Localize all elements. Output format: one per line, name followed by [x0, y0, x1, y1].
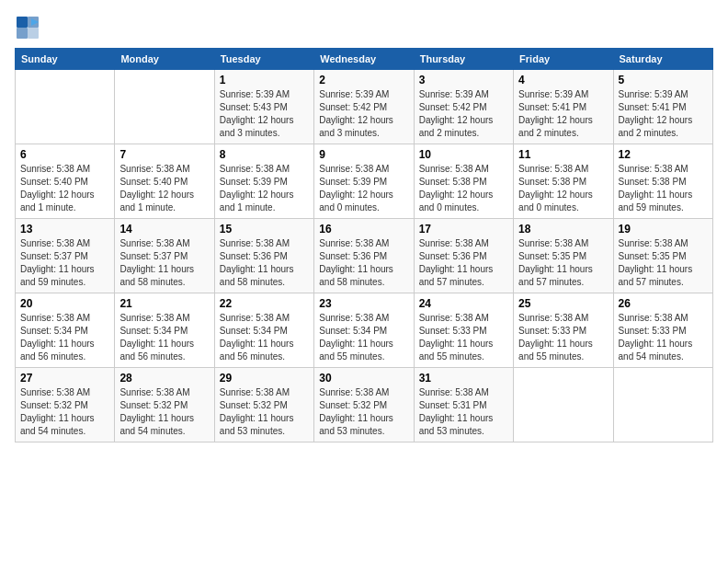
header-cell-tuesday: Tuesday: [214, 49, 313, 70]
cell-date-number: 20: [20, 297, 109, 310]
cell-date-number: 25: [518, 297, 608, 310]
week-row-3: 13Sunrise: 5:38 AM Sunset: 5:37 PM Dayli…: [16, 219, 713, 293]
cell-date-number: 14: [119, 223, 209, 236]
cell-daylight-info: Sunrise: 5:38 AM Sunset: 5:33 PM Dayligh…: [518, 312, 608, 363]
calendar-body: 1Sunrise: 5:39 AM Sunset: 5:43 PM Daylig…: [16, 70, 713, 442]
cell-date-number: 27: [20, 372, 109, 385]
cell-daylight-info: Sunrise: 5:38 AM Sunset: 5:39 PM Dayligh…: [220, 163, 309, 214]
header-cell-wednesday: Wednesday: [314, 49, 414, 70]
cell-daylight-info: Sunrise: 5:38 AM Sunset: 5:31 PM Dayligh…: [419, 386, 508, 438]
day-cell: 7Sunrise: 5:38 AM Sunset: 5:40 PM Daylig…: [115, 144, 214, 219]
cell-date-number: 10: [419, 148, 508, 161]
day-cell: 17Sunrise: 5:38 AM Sunset: 5:36 PM Dayli…: [414, 219, 513, 293]
cell-daylight-info: Sunrise: 5:38 AM Sunset: 5:36 PM Dayligh…: [319, 237, 408, 289]
day-cell: 3Sunrise: 5:39 AM Sunset: 5:42 PM Daylig…: [414, 70, 513, 144]
cell-daylight-info: Sunrise: 5:38 AM Sunset: 5:38 PM Dayligh…: [419, 163, 508, 214]
week-row-1: 1Sunrise: 5:39 AM Sunset: 5:43 PM Daylig…: [16, 70, 713, 144]
day-cell: 22Sunrise: 5:38 AM Sunset: 5:34 PM Dayli…: [214, 293, 313, 368]
cell-daylight-info: Sunrise: 5:38 AM Sunset: 5:37 PM Dayligh…: [119, 237, 209, 289]
cell-date-number: 11: [518, 148, 608, 161]
cell-daylight-info: Sunrise: 5:39 AM Sunset: 5:42 PM Dayligh…: [419, 88, 508, 140]
cell-daylight-info: Sunrise: 5:38 AM Sunset: 5:37 PM Dayligh…: [20, 237, 109, 289]
day-cell: 21Sunrise: 5:38 AM Sunset: 5:34 PM Dayli…: [115, 293, 214, 368]
day-cell: 14Sunrise: 5:38 AM Sunset: 5:37 PM Dayli…: [115, 219, 214, 293]
day-cell: 9Sunrise: 5:38 AM Sunset: 5:39 PM Daylig…: [314, 144, 414, 219]
cell-daylight-info: Sunrise: 5:38 AM Sunset: 5:35 PM Dayligh…: [518, 237, 608, 289]
cell-daylight-info: Sunrise: 5:39 AM Sunset: 5:43 PM Dayligh…: [220, 88, 309, 140]
cell-date-number: 1: [220, 74, 309, 86]
cell-daylight-info: Sunrise: 5:38 AM Sunset: 5:39 PM Dayligh…: [319, 163, 408, 214]
cell-date-number: 23: [319, 297, 408, 310]
cell-daylight-info: Sunrise: 5:38 AM Sunset: 5:36 PM Dayligh…: [220, 237, 309, 289]
day-cell: 12Sunrise: 5:38 AM Sunset: 5:38 PM Dayli…: [613, 144, 712, 219]
cell-date-number: 5: [619, 74, 708, 86]
day-cell: 2Sunrise: 5:39 AM Sunset: 5:42 PM Daylig…: [314, 70, 414, 144]
header-cell-thursday: Thursday: [414, 49, 513, 70]
day-cell: 11Sunrise: 5:38 AM Sunset: 5:38 PM Dayli…: [514, 144, 613, 219]
day-cell: 20Sunrise: 5:38 AM Sunset: 5:34 PM Dayli…: [16, 293, 115, 368]
cell-date-number: 26: [619, 297, 708, 310]
cell-date-number: 19: [619, 223, 708, 236]
day-cell: [613, 368, 712, 442]
cell-daylight-info: Sunrise: 5:39 AM Sunset: 5:41 PM Dayligh…: [518, 88, 608, 140]
day-cell: 27Sunrise: 5:38 AM Sunset: 5:32 PM Dayli…: [16, 368, 115, 442]
cell-daylight-info: Sunrise: 5:38 AM Sunset: 5:34 PM Dayligh…: [20, 312, 109, 363]
cell-date-number: 15: [220, 223, 309, 236]
cell-date-number: 13: [20, 223, 109, 236]
cell-daylight-info: Sunrise: 5:38 AM Sunset: 5:32 PM Dayligh…: [119, 386, 209, 438]
cell-daylight-info: Sunrise: 5:38 AM Sunset: 5:32 PM Dayligh…: [220, 386, 309, 438]
cell-date-number: 30: [319, 372, 408, 385]
header-cell-friday: Friday: [514, 49, 613, 70]
cell-daylight-info: Sunrise: 5:38 AM Sunset: 5:32 PM Dayligh…: [319, 386, 408, 438]
day-cell: 13Sunrise: 5:38 AM Sunset: 5:37 PM Dayli…: [16, 219, 115, 293]
header-cell-monday: Monday: [115, 49, 214, 70]
cell-date-number: 16: [319, 223, 408, 236]
calendar-header: SundayMondayTuesdayWednesdayThursdayFrid…: [16, 49, 713, 70]
cell-date-number: 7: [119, 148, 209, 161]
day-cell: [514, 368, 613, 442]
day-cell: 28Sunrise: 5:38 AM Sunset: 5:32 PM Dayli…: [115, 368, 214, 442]
day-cell: 29Sunrise: 5:38 AM Sunset: 5:32 PM Dayli…: [214, 368, 313, 442]
svg-rect-1: [17, 17, 28, 28]
cell-date-number: 2: [319, 74, 408, 86]
day-cell: 31Sunrise: 5:38 AM Sunset: 5:31 PM Dayli…: [414, 368, 513, 442]
day-cell: 19Sunrise: 5:38 AM Sunset: 5:35 PM Dayli…: [613, 219, 712, 293]
cell-date-number: 17: [419, 223, 508, 236]
cell-daylight-info: Sunrise: 5:38 AM Sunset: 5:38 PM Dayligh…: [518, 163, 608, 214]
cell-date-number: 4: [518, 74, 608, 86]
logo: [15, 15, 44, 40]
week-row-5: 27Sunrise: 5:38 AM Sunset: 5:32 PM Dayli…: [16, 368, 713, 442]
cell-daylight-info: Sunrise: 5:38 AM Sunset: 5:33 PM Dayligh…: [619, 312, 708, 363]
cell-daylight-info: Sunrise: 5:39 AM Sunset: 5:42 PM Dayligh…: [319, 88, 408, 140]
page-header: [15, 15, 713, 40]
cell-daylight-info: Sunrise: 5:38 AM Sunset: 5:32 PM Dayligh…: [20, 386, 109, 438]
day-cell: 30Sunrise: 5:38 AM Sunset: 5:32 PM Dayli…: [314, 368, 414, 442]
header-cell-sunday: Sunday: [16, 49, 115, 70]
cell-daylight-info: Sunrise: 5:38 AM Sunset: 5:33 PM Dayligh…: [419, 312, 508, 363]
day-cell: 23Sunrise: 5:38 AM Sunset: 5:34 PM Dayli…: [314, 293, 414, 368]
cell-daylight-info: Sunrise: 5:38 AM Sunset: 5:38 PM Dayligh…: [619, 163, 708, 214]
cell-date-number: 28: [119, 372, 209, 385]
cell-date-number: 31: [419, 372, 508, 385]
cell-date-number: 21: [119, 297, 209, 310]
day-cell: [16, 70, 115, 144]
cell-daylight-info: Sunrise: 5:38 AM Sunset: 5:34 PM Dayligh…: [220, 312, 309, 363]
day-cell: 10Sunrise: 5:38 AM Sunset: 5:38 PM Dayli…: [414, 144, 513, 219]
logo-icon: [15, 15, 40, 40]
week-row-2: 6Sunrise: 5:38 AM Sunset: 5:40 PM Daylig…: [16, 144, 713, 219]
cell-daylight-info: Sunrise: 5:38 AM Sunset: 5:34 PM Dayligh…: [119, 312, 209, 363]
cell-date-number: 22: [220, 297, 309, 310]
day-cell: 8Sunrise: 5:38 AM Sunset: 5:39 PM Daylig…: [214, 144, 313, 219]
svg-rect-3: [17, 28, 28, 39]
day-cell: 18Sunrise: 5:38 AM Sunset: 5:35 PM Dayli…: [514, 219, 613, 293]
cell-daylight-info: Sunrise: 5:38 AM Sunset: 5:40 PM Dayligh…: [20, 163, 109, 214]
cell-date-number: 18: [518, 223, 608, 236]
cell-date-number: 8: [220, 148, 309, 161]
cell-date-number: 3: [419, 74, 508, 86]
cell-daylight-info: Sunrise: 5:38 AM Sunset: 5:36 PM Dayligh…: [419, 237, 508, 289]
cell-date-number: 24: [419, 297, 508, 310]
day-cell: 1Sunrise: 5:39 AM Sunset: 5:43 PM Daylig…: [214, 70, 313, 144]
svg-rect-4: [28, 28, 39, 39]
day-cell: [115, 70, 214, 144]
cell-date-number: 6: [20, 148, 109, 161]
